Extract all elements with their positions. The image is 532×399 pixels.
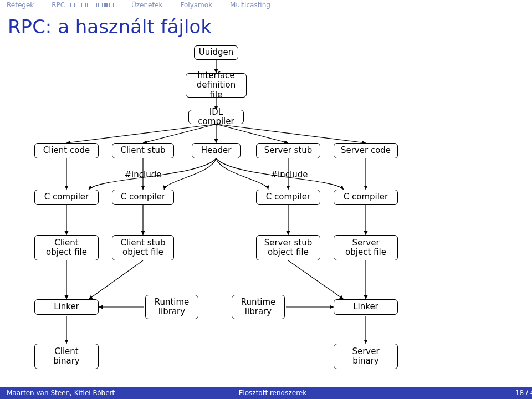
box-c-compiler-4: C compiler	[334, 190, 398, 205]
box-interface-def: Interfacedefinition file	[186, 73, 247, 98]
svg-line-17	[288, 260, 344, 299]
box-runtime-lib-2: Runtimelibrary	[232, 295, 285, 319]
svg-line-6	[216, 124, 366, 143]
svg-line-3	[143, 124, 216, 143]
svg-line-16	[89, 260, 143, 299]
box-c-compiler-3: C compiler	[256, 190, 320, 205]
box-server-obj: Serverobject file	[334, 235, 398, 260]
box-client-binary: Clientbinary	[34, 344, 99, 369]
box-linker-server: Linker	[334, 299, 398, 315]
svg-line-2	[66, 124, 216, 143]
box-idl-compiler: IDL compiler	[188, 110, 244, 124]
label-include-left: #include	[116, 170, 170, 180]
box-c-compiler-1: C compiler	[34, 190, 99, 205]
box-server-binary: Serverbinary	[334, 344, 398, 369]
footer-title: Elosztott rendszerek	[182, 389, 363, 397]
footer-page-number: 18 / 44	[363, 389, 532, 397]
box-uuidgen: Uuidgen	[194, 45, 238, 60]
box-server-stub-obj: Server stubobject file	[256, 235, 320, 260]
svg-line-5	[216, 124, 288, 143]
box-client-code: Client code	[34, 143, 99, 158]
label-include-right: #include	[263, 170, 316, 180]
box-runtime-lib-1: Runtimelibrary	[145, 295, 198, 319]
slide-footer: Maarten van Steen, Kitlei Róbert Eloszto…	[0, 387, 532, 399]
box-client-stub-obj: Client stubobject file	[112, 235, 174, 260]
box-c-compiler-2: C compiler	[112, 190, 174, 205]
box-header: Header	[192, 143, 241, 158]
box-client-stub: Client stub	[112, 143, 174, 158]
box-server-stub: Server stub	[256, 143, 320, 158]
box-linker-client: Linker	[34, 299, 99, 315]
box-client-obj: Clientobject file	[34, 235, 99, 260]
footer-authors: Maarten van Steen, Kitlei Róbert	[0, 389, 182, 397]
box-server-code: Server code	[334, 143, 398, 158]
